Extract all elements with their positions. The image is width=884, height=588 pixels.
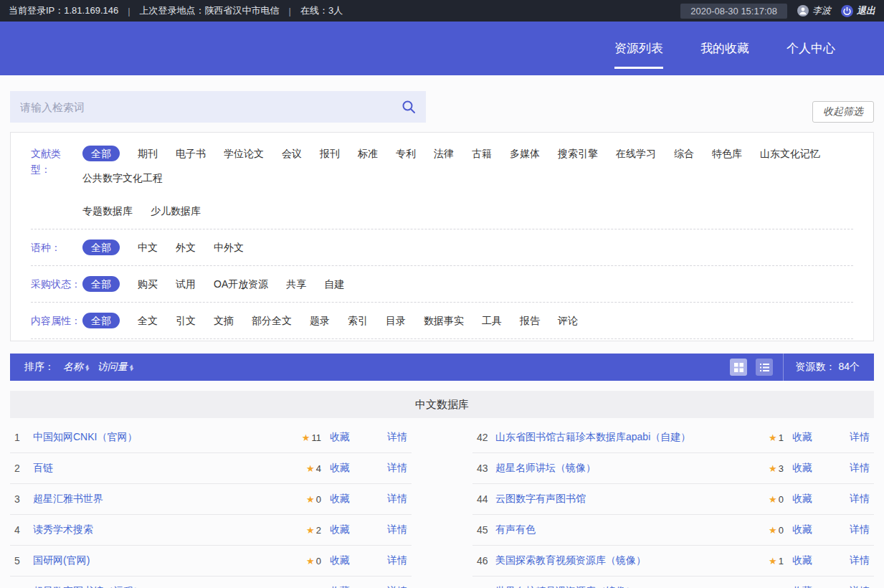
filter-option[interactable]: 山东文化记忆 [760, 146, 820, 161]
filter-option[interactable]: 全部 [82, 240, 120, 255]
favorite-link[interactable]: 收藏 [330, 493, 350, 506]
filter-row: 内容属性：全部全文引文文摘部分全文题录索引目录数据事实工具报告评论 [31, 303, 853, 339]
search-input[interactable] [10, 91, 426, 123]
filter-option[interactable]: 专题数据库 [82, 203, 133, 219]
filter-option[interactable]: 全部 [82, 146, 120, 161]
grid-view-button[interactable] [730, 359, 747, 376]
detail-link[interactable]: 详情 [850, 462, 870, 475]
resource-name-link[interactable]: 超星名师讲坛（镜像） [495, 462, 751, 475]
detail-link[interactable]: 详情 [850, 585, 870, 588]
filter-option[interactable]: 索引 [348, 313, 368, 328]
favorite-link[interactable]: 收藏 [330, 462, 350, 475]
favorite-link[interactable]: 收藏 [792, 462, 812, 475]
filter-option[interactable]: 特色库 [712, 146, 742, 161]
detail-link[interactable]: 详情 [850, 523, 870, 536]
filter-option[interactable]: 中外文 [214, 240, 244, 255]
filter-option[interactable]: 多媒体 [510, 146, 540, 161]
resource-name-link[interactable]: 国研网(官网) [33, 554, 288, 567]
resource-name-link[interactable]: 百链 [33, 462, 288, 475]
filter-option[interactable]: 期刊 [138, 146, 158, 161]
filter-options: 全部全文引文文摘部分全文题录索引目录数据事实工具报告评论 [82, 313, 853, 328]
filter-option[interactable]: 评论 [558, 313, 578, 328]
user-menu[interactable]: 李波 [797, 4, 831, 17]
filter-option[interactable]: 在线学习 [616, 146, 656, 161]
favorite-link[interactable]: 收藏 [792, 554, 812, 567]
star-count: 0 [316, 494, 321, 505]
favorite-link[interactable]: 收藏 [792, 523, 812, 536]
resource-number: 46 [477, 555, 495, 566]
filter-option[interactable]: 搜索引擎 [558, 146, 598, 161]
filter-option[interactable]: 中文 [138, 240, 158, 255]
favorite-link[interactable]: 收藏 [792, 493, 812, 506]
filter-option[interactable]: 自建 [324, 276, 344, 292]
nav-item-resource-list[interactable]: 资源列表 [614, 22, 663, 75]
resource-name-link[interactable]: 美国探索教育视频资源库（镜像） [495, 554, 751, 567]
favorite-link[interactable]: 收藏 [792, 431, 812, 444]
resource-name-link[interactable]: 超星数字图书馆（远程） [33, 585, 288, 588]
resource-name-link[interactable]: 云图数字有声图书馆 [495, 493, 751, 506]
star-icon: ★ [769, 463, 777, 474]
detail-link[interactable]: 详情 [387, 431, 407, 444]
resource-name-link[interactable]: 世界名校精品课资源库（镜像） [495, 585, 751, 588]
filter-option[interactable]: 学位论文 [224, 146, 264, 161]
filter-option[interactable]: 标准 [358, 146, 378, 161]
nav-item-personal-center[interactable]: 个人中心 [786, 22, 835, 75]
filter-option[interactable]: 题录 [310, 313, 330, 328]
filter-option[interactable]: 引文 [176, 313, 196, 328]
resource-row: 3超星汇雅书世界★0收藏详情 [10, 484, 412, 515]
filter-option[interactable]: 古籍 [472, 146, 492, 161]
filter-option[interactable]: 全文 [138, 313, 158, 328]
filter-option[interactable]: 数据事实 [424, 313, 464, 328]
favorite-link[interactable]: 收藏 [792, 585, 812, 588]
resource-name-link[interactable]: 山东省图书馆古籍珍本数据库apabi（自建） [495, 431, 751, 444]
resource-name-link[interactable]: 中国知网CNKI（官网） [33, 431, 288, 444]
filter-option[interactable]: 综合 [674, 146, 694, 161]
detail-link[interactable]: 详情 [850, 431, 870, 444]
detail-link[interactable]: 详情 [387, 462, 407, 475]
filter-option[interactable]: 共享 [286, 276, 306, 292]
filter-option[interactable]: 会议 [282, 146, 302, 161]
sort-by-visits[interactable]: 访问量 ▲▼ [98, 361, 133, 374]
detail-link[interactable]: 详情 [387, 523, 407, 536]
favorite-link[interactable]: 收藏 [330, 431, 350, 444]
filter-option[interactable]: 法律 [434, 146, 454, 161]
filter-option[interactable]: 全部 [82, 276, 120, 292]
list-view-button[interactable] [756, 359, 773, 376]
logout-button[interactable]: 退出 [841, 4, 875, 17]
sort-by-name[interactable]: 名称 ▲▼ [63, 361, 89, 374]
resource-name-link[interactable]: 超星汇雅书世界 [33, 493, 288, 506]
filter-option[interactable]: 全部 [82, 313, 120, 328]
filter-option[interactable]: 电子书 [176, 146, 206, 161]
star-icon: ★ [306, 463, 315, 474]
filter-option[interactable]: 报告 [520, 313, 540, 328]
filter-option[interactable]: 试用 [176, 276, 196, 292]
filter-option[interactable]: 外文 [176, 240, 196, 255]
filter-option[interactable]: OA开放资源 [214, 276, 268, 292]
favorite-link[interactable]: 收藏 [330, 585, 350, 588]
resource-name-link[interactable]: 读秀学术搜索 [33, 523, 288, 536]
detail-link[interactable]: 详情 [850, 493, 870, 506]
sort-arrows-icon: ▲▼ [85, 364, 89, 371]
resource-row: 47世界名校精品课资源库（镜像）★2收藏详情 [472, 577, 874, 588]
detail-link[interactable]: 详情 [387, 493, 407, 506]
detail-link[interactable]: 详情 [387, 554, 407, 567]
filter-option[interactable]: 文摘 [214, 313, 234, 328]
resource-name-link[interactable]: 有声有色 [495, 523, 751, 536]
collapse-filter-button[interactable]: 收起筛选 [812, 101, 874, 123]
filter-option[interactable]: 工具 [482, 313, 502, 328]
resource-number: 4 [14, 524, 33, 536]
favorite-link[interactable]: 收藏 [330, 523, 350, 536]
filter-option[interactable]: 专利 [396, 146, 416, 161]
filter-option[interactable]: 报刊 [320, 146, 340, 161]
filter-option[interactable]: 目录 [386, 313, 406, 328]
search-icon[interactable] [401, 100, 416, 114]
resource-number: 2 [14, 463, 33, 474]
detail-link[interactable]: 详情 [387, 585, 407, 588]
nav-item-my-favorites[interactable]: 我的收藏 [700, 22, 749, 75]
favorite-link[interactable]: 收藏 [330, 554, 350, 567]
filter-option[interactable]: 公共数字文化工程 [82, 170, 163, 186]
filter-option[interactable]: 购买 [138, 276, 158, 292]
detail-link[interactable]: 详情 [850, 554, 870, 567]
filter-option[interactable]: 部分全文 [252, 313, 292, 328]
filter-option[interactable]: 少儿数据库 [151, 203, 201, 219]
